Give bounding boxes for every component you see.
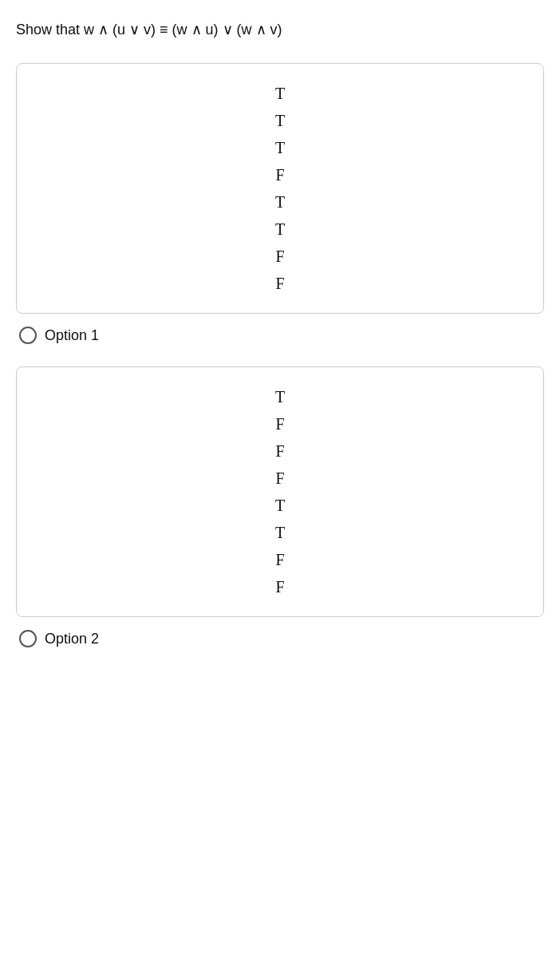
option-1-label: Option 1 [45, 327, 99, 344]
truth-cell: F [275, 465, 284, 492]
option-2-label-row[interactable]: Option 2 [16, 630, 544, 647]
truth-cell: T [275, 216, 285, 243]
truth-cell: F [275, 546, 284, 573]
truth-cell: T [275, 188, 285, 216]
truth-cell: F [275, 270, 284, 297]
option-2-radio[interactable] [19, 630, 37, 647]
option-2-label: Option 2 [45, 631, 99, 647]
question-text: Show that w ∧ (u ∨ v) ≡ (w ∧ u) ∨ (w ∧ v… [16, 19, 544, 41]
option-1-radio[interactable] [19, 327, 37, 344]
truth-cell: T [275, 134, 285, 161]
option-1-block: TTTFTTFF Option 1 [16, 63, 544, 344]
truth-cell: F [275, 161, 284, 188]
option-2-table: TFFFTTFF [16, 366, 544, 617]
option-2-column: TFFFTTFF [268, 383, 292, 600]
option-1-label-row[interactable]: Option 1 [16, 327, 544, 344]
truth-cell: F [275, 573, 284, 600]
option-1-column: TTTFTTFF [268, 80, 292, 297]
truth-cell: T [275, 519, 285, 546]
truth-cell: T [275, 383, 285, 410]
truth-cell: F [275, 410, 284, 437]
truth-cell: F [275, 243, 284, 270]
truth-cell: F [275, 437, 284, 465]
truth-cell: T [275, 107, 285, 134]
option-2-block: TFFFTTFF Option 2 [16, 366, 544, 647]
option-1-table: TTTFTTFF [16, 63, 544, 314]
truth-cell: T [275, 492, 285, 519]
truth-cell: T [275, 80, 285, 107]
